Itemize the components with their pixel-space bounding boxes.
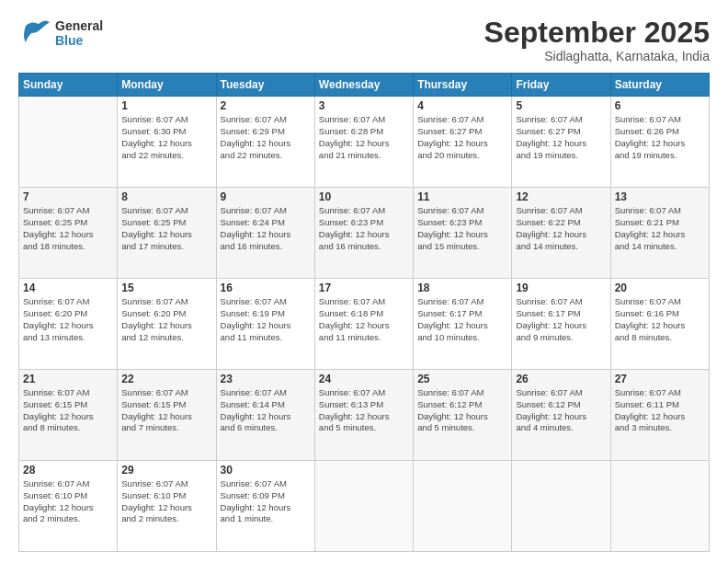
calendar-cell: 19Sunrise: 6:07 AM Sunset: 6:17 PM Dayli…: [512, 279, 610, 370]
day-number: 9: [221, 190, 311, 203]
day-info: Sunrise: 6:07 AM Sunset: 6:20 PM Dayligh…: [23, 296, 113, 343]
day-info: Sunrise: 6:07 AM Sunset: 6:15 PM Dayligh…: [121, 387, 211, 434]
day-number: 25: [417, 373, 507, 385]
day-number: 1: [121, 99, 211, 112]
weekday-header-sunday: Sunday: [19, 74, 118, 97]
calendar-week-row: 1Sunrise: 6:07 AM Sunset: 6:30 PM Daylig…: [19, 97, 710, 188]
day-number: 15: [121, 282, 211, 294]
calendar-cell: 15Sunrise: 6:07 AM Sunset: 6:20 PM Dayli…: [118, 279, 216, 370]
weekday-header-saturday: Saturday: [610, 74, 709, 97]
day-info: Sunrise: 6:07 AM Sunset: 6:25 PM Dayligh…: [23, 205, 113, 252]
weekday-header-monday: Monday: [118, 74, 216, 97]
calendar-cell: 22Sunrise: 6:07 AM Sunset: 6:15 PM Dayli…: [118, 370, 216, 461]
calendar-week-row: 21Sunrise: 6:07 AM Sunset: 6:15 PM Dayli…: [19, 370, 710, 461]
day-info: Sunrise: 6:07 AM Sunset: 6:17 PM Dayligh…: [516, 296, 606, 343]
page: GeneralBlue September 2025 Sidlaghatta, …: [0, 0, 728, 563]
day-number: 8: [121, 190, 211, 203]
calendar-cell: 1Sunrise: 6:07 AM Sunset: 6:30 PM Daylig…: [118, 97, 216, 188]
day-info: Sunrise: 6:07 AM Sunset: 6:28 PM Dayligh…: [319, 114, 409, 161]
calendar-cell: 4Sunrise: 6:07 AM Sunset: 6:27 PM Daylig…: [414, 97, 512, 188]
calendar-cell: 21Sunrise: 6:07 AM Sunset: 6:15 PM Dayli…: [19, 370, 118, 461]
calendar-cell: 9Sunrise: 6:07 AM Sunset: 6:24 PM Daylig…: [216, 188, 314, 279]
day-number: 21: [23, 373, 113, 385]
calendar-cell: 3Sunrise: 6:07 AM Sunset: 6:28 PM Daylig…: [314, 97, 413, 188]
weekday-header-row: SundayMondayTuesdayWednesdayThursdayFrid…: [19, 74, 710, 97]
calendar-cell: [414, 461, 512, 552]
day-info: Sunrise: 6:07 AM Sunset: 6:23 PM Dayligh…: [417, 205, 507, 252]
logo: GeneralBlue: [18, 17, 103, 50]
day-number: 5: [516, 99, 606, 112]
day-info: Sunrise: 6:07 AM Sunset: 6:09 PM Dayligh…: [221, 478, 311, 525]
day-number: 20: [615, 282, 705, 294]
weekday-header-tuesday: Tuesday: [216, 74, 314, 97]
day-info: Sunrise: 6:07 AM Sunset: 6:26 PM Dayligh…: [615, 114, 705, 161]
day-number: 11: [417, 190, 507, 203]
month-title: September 2025: [484, 17, 710, 49]
day-number: 29: [121, 464, 211, 477]
calendar-cell: 30Sunrise: 6:07 AM Sunset: 6:09 PM Dayli…: [216, 461, 314, 552]
calendar-cell: 29Sunrise: 6:07 AM Sunset: 6:10 PM Dayli…: [118, 461, 216, 552]
day-info: Sunrise: 6:07 AM Sunset: 6:23 PM Dayligh…: [319, 205, 409, 252]
calendar-cell: 27Sunrise: 6:07 AM Sunset: 6:11 PM Dayli…: [610, 370, 709, 461]
day-info: Sunrise: 6:07 AM Sunset: 6:22 PM Dayligh…: [516, 205, 606, 252]
day-number: 22: [121, 373, 211, 385]
calendar-cell: [314, 461, 413, 552]
day-info: Sunrise: 6:07 AM Sunset: 6:30 PM Dayligh…: [121, 114, 211, 161]
day-number: 17: [319, 282, 409, 294]
day-info: Sunrise: 6:07 AM Sunset: 6:14 PM Dayligh…: [221, 387, 311, 434]
day-number: 18: [417, 282, 507, 294]
calendar-cell: 8Sunrise: 6:07 AM Sunset: 6:25 PM Daylig…: [118, 188, 216, 279]
day-number: 7: [23, 190, 113, 203]
calendar-cell: 5Sunrise: 6:07 AM Sunset: 6:27 PM Daylig…: [512, 97, 610, 188]
header: GeneralBlue September 2025 Sidlaghatta, …: [18, 17, 710, 63]
day-number: 19: [516, 282, 606, 294]
day-number: 27: [615, 373, 705, 385]
calendar-cell: 23Sunrise: 6:07 AM Sunset: 6:14 PM Dayli…: [216, 370, 314, 461]
day-number: 3: [319, 99, 409, 112]
day-info: Sunrise: 6:07 AM Sunset: 6:15 PM Dayligh…: [23, 387, 113, 434]
weekday-header-friday: Friday: [512, 74, 610, 97]
day-number: 10: [319, 190, 409, 203]
day-info: Sunrise: 6:07 AM Sunset: 6:12 PM Dayligh…: [516, 387, 606, 434]
day-info: Sunrise: 6:07 AM Sunset: 6:27 PM Dayligh…: [417, 114, 507, 161]
calendar-week-row: 7Sunrise: 6:07 AM Sunset: 6:25 PM Daylig…: [19, 188, 710, 279]
calendar-cell: 10Sunrise: 6:07 AM Sunset: 6:23 PM Dayli…: [314, 188, 413, 279]
day-info: Sunrise: 6:07 AM Sunset: 6:16 PM Dayligh…: [615, 296, 705, 343]
weekday-header-thursday: Thursday: [414, 74, 512, 97]
day-info: Sunrise: 6:07 AM Sunset: 6:27 PM Dayligh…: [516, 114, 606, 161]
logo-blue: Blue: [55, 33, 103, 48]
day-info: Sunrise: 6:07 AM Sunset: 6:25 PM Dayligh…: [121, 205, 211, 252]
calendar-cell: [512, 461, 610, 552]
logo-general: General: [55, 18, 103, 33]
calendar-cell: 18Sunrise: 6:07 AM Sunset: 6:17 PM Dayli…: [414, 279, 512, 370]
calendar-cell: 28Sunrise: 6:07 AM Sunset: 6:10 PM Dayli…: [19, 461, 118, 552]
weekday-header-wednesday: Wednesday: [314, 74, 413, 97]
day-number: 6: [615, 99, 705, 112]
day-number: 24: [319, 373, 409, 385]
day-number: 12: [516, 190, 606, 203]
day-number: 16: [221, 282, 311, 294]
calendar-cell: 2Sunrise: 6:07 AM Sunset: 6:29 PM Daylig…: [216, 97, 314, 188]
calendar-cell: 24Sunrise: 6:07 AM Sunset: 6:13 PM Dayli…: [314, 370, 413, 461]
calendar-cell: 6Sunrise: 6:07 AM Sunset: 6:26 PM Daylig…: [610, 97, 709, 188]
day-info: Sunrise: 6:07 AM Sunset: 6:21 PM Dayligh…: [615, 205, 705, 252]
calendar-cell: 14Sunrise: 6:07 AM Sunset: 6:20 PM Dayli…: [19, 279, 118, 370]
day-number: 4: [417, 99, 507, 112]
day-info: Sunrise: 6:07 AM Sunset: 6:19 PM Dayligh…: [221, 296, 311, 343]
location: Sidlaghatta, Karnataka, India: [484, 49, 710, 63]
day-number: 13: [615, 190, 705, 203]
day-info: Sunrise: 6:07 AM Sunset: 6:13 PM Dayligh…: [319, 387, 409, 434]
day-info: Sunrise: 6:07 AM Sunset: 6:24 PM Dayligh…: [221, 205, 311, 252]
calendar-week-row: 28Sunrise: 6:07 AM Sunset: 6:10 PM Dayli…: [19, 461, 710, 552]
day-number: 28: [23, 464, 113, 477]
calendar-cell: [19, 97, 118, 188]
calendar-table: SundayMondayTuesdayWednesdayThursdayFrid…: [18, 73, 710, 552]
day-info: Sunrise: 6:07 AM Sunset: 6:10 PM Dayligh…: [121, 478, 211, 525]
day-info: Sunrise: 6:07 AM Sunset: 6:18 PM Dayligh…: [319, 296, 409, 343]
calendar-week-row: 14Sunrise: 6:07 AM Sunset: 6:20 PM Dayli…: [19, 279, 710, 370]
calendar-cell: 25Sunrise: 6:07 AM Sunset: 6:12 PM Dayli…: [414, 370, 512, 461]
day-number: 30: [221, 464, 311, 477]
calendar-cell: 26Sunrise: 6:07 AM Sunset: 6:12 PM Dayli…: [512, 370, 610, 461]
day-info: Sunrise: 6:07 AM Sunset: 6:11 PM Dayligh…: [615, 387, 705, 434]
logo-svg: [18, 17, 51, 50]
